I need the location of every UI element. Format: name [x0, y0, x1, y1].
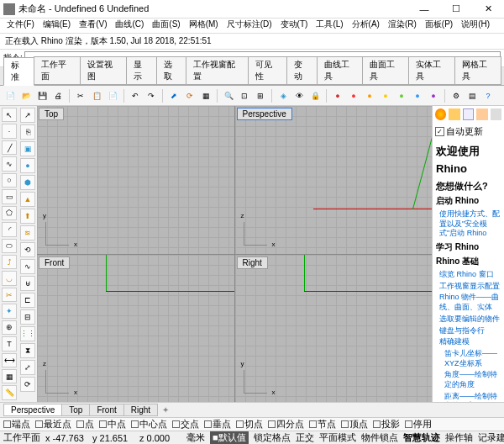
menu-edit[interactable]: 编辑(E) [39, 18, 74, 33]
curve-icon[interactable]: ∿ [2, 156, 17, 171]
link-viewport[interactable]: 工作视窗显示配置 [439, 282, 501, 292]
render-icon[interactable]: ● [331, 89, 344, 103]
status-osnap[interactable]: 物件锁点 [361, 431, 398, 444]
sphere-icon[interactable]: ● [20, 158, 35, 173]
material-yellow-icon[interactable]: ● [379, 89, 392, 103]
move-icon[interactable]: ⬈ [167, 89, 181, 103]
menu-render[interactable]: 渲染(R) [385, 18, 420, 33]
osnap-near[interactable]: 最近点 [35, 418, 71, 431]
status-layer[interactable]: ■默认值 [210, 431, 249, 444]
menu-surface[interactable]: 曲面(S) [149, 18, 183, 33]
fillet-icon[interactable]: ◡ [2, 271, 17, 285]
revolve-icon[interactable]: ⟲ [20, 242, 35, 257]
maximize-button[interactable]: ☐ [444, 2, 469, 17]
copy-icon[interactable]: 📋 [90, 89, 103, 103]
panel-help-icon[interactable] [463, 108, 474, 120]
osnap-quad[interactable]: 四分点 [268, 418, 304, 431]
minimize-button[interactable]: — [412, 2, 437, 17]
ellipse-icon[interactable]: ⬭ [2, 239, 17, 253]
hatch-icon[interactable]: ▦ [2, 369, 17, 383]
tab-standard[interactable]: 标准 [3, 57, 34, 86]
rotate3d-icon[interactable]: ⟳ [20, 377, 35, 392]
viewport-right-label[interactable]: Right [237, 256, 268, 269]
tab-display[interactable]: 显示 [126, 56, 157, 85]
panel-layer-icon[interactable] [449, 108, 459, 120]
material-blue-icon[interactable]: ● [411, 89, 424, 103]
properties-icon[interactable]: ▤ [465, 89, 479, 103]
vtab-front[interactable]: Front [89, 404, 123, 416]
panel-prop-icon[interactable] [491, 108, 501, 120]
zoom-extents-icon[interactable]: ⊡ [238, 89, 251, 103]
save-icon[interactable]: 💾 [35, 89, 49, 103]
extrude-icon[interactable]: ⬆ [20, 209, 35, 224]
dim-icon[interactable]: ⟷ [2, 353, 17, 367]
explode-icon[interactable]: ✦ [2, 304, 17, 318]
print-icon[interactable]: 🖨 [51, 89, 65, 103]
cylinder-icon[interactable]: ⬢ [20, 175, 35, 190]
point-icon[interactable]: · [2, 124, 17, 138]
layers-icon[interactable]: ◈ [276, 89, 290, 103]
osnap-mid[interactable]: 中点 [99, 418, 126, 431]
extend-icon[interactable]: ⤴ [2, 255, 17, 269]
tab-surfacetools[interactable]: 曲面工具 [362, 56, 409, 85]
tab-cplane[interactable]: 工作平面 [34, 56, 81, 85]
rect-icon[interactable]: ▭ [2, 189, 17, 204]
tab-setview[interactable]: 设置视图 [80, 56, 127, 85]
text-icon[interactable]: T [2, 336, 17, 351]
osnap-vertex[interactable]: 顶点 [341, 418, 368, 431]
cone-icon[interactable]: ▲ [20, 192, 35, 207]
sublink-angle[interactable]: 角度——绘制特定的角度 [444, 370, 501, 389]
vtab-perspective[interactable]: Perspective [3, 404, 62, 416]
mirror-icon[interactable]: ⧗ [20, 343, 35, 358]
offset-icon[interactable]: ⊏ [20, 293, 35, 308]
box-icon[interactable]: ▣ [20, 141, 35, 156]
circle-icon[interactable]: ○ [2, 173, 17, 188]
osnap-perp[interactable]: 垂点 [204, 418, 231, 431]
viewport-top[interactable]: Top xy [37, 106, 234, 254]
cut-icon[interactable]: ✂ [74, 89, 87, 103]
viewport-right[interactable]: Right xy [235, 255, 433, 403]
material-purple-icon[interactable]: ● [427, 89, 440, 103]
status-units[interactable]: 毫米 [186, 431, 205, 444]
menu-help[interactable]: 说明(H) [458, 18, 493, 33]
menu-mesh[interactable]: 网格(M) [186, 18, 222, 33]
link-objects[interactable]: Rhino 物件——曲线、曲面、实体 [439, 293, 501, 312]
start-link[interactable]: 使用快捷方式、配置以及"安全模式"启动 Rhino [439, 209, 501, 239]
osnap-knot[interactable]: 节点 [309, 418, 336, 431]
status-history[interactable]: 记录建构历史 [478, 431, 504, 444]
lock-icon[interactable]: 🔒 [308, 89, 322, 103]
tab-select[interactable]: 选取 [156, 56, 187, 85]
sublink-cartesian[interactable]: 笛卡儿坐标——XYZ坐标系 [444, 349, 501, 368]
status-grid[interactable]: 锁定格点 [254, 431, 291, 444]
viewport-front-label[interactable]: Front [39, 256, 70, 269]
osnap-disable[interactable]: 停用 [405, 418, 432, 431]
menu-file[interactable]: 文件(F) [3, 18, 38, 33]
menu-tools[interactable]: 工具(L) [312, 18, 346, 33]
tab-transform[interactable]: 变动 [286, 56, 318, 85]
new-icon[interactable]: 📄 [3, 89, 17, 103]
copy3d-icon[interactable]: ⎘ [20, 124, 35, 140]
panel-lib-icon[interactable] [476, 108, 487, 120]
link-keyboard[interactable]: 键盘与指令行 [439, 326, 501, 336]
menu-analyze[interactable]: 分析(A) [349, 18, 383, 33]
join-icon[interactable]: ⊕ [2, 320, 17, 335]
menu-view[interactable]: 查看(V) [76, 18, 110, 33]
sweep-icon[interactable]: ∿ [20, 259, 35, 274]
menu-curve[interactable]: 曲线(C) [112, 18, 147, 33]
arc-icon[interactable]: ◜ [2, 222, 17, 236]
panel-render-icon[interactable] [435, 108, 446, 120]
tab-meshtools[interactable]: 网格工具 [454, 56, 501, 85]
array-icon[interactable]: ⋮⋮ [20, 326, 35, 341]
osnap-point[interactable]: 点 [76, 418, 94, 431]
open-icon[interactable]: 📂 [19, 89, 33, 103]
status-smarttrack[interactable]: 智慧轨迹 [403, 431, 440, 444]
auto-update-checkbox[interactable]: ✓ [435, 127, 444, 136]
hide-icon[interactable]: 👁 [292, 89, 306, 103]
polygon-icon[interactable]: ⬠ [2, 206, 17, 220]
osnap-tan[interactable]: 切点 [236, 418, 263, 431]
viewport-front[interactable]: Front xz [37, 255, 234, 403]
loft-icon[interactable]: ≋ [20, 225, 35, 240]
status-planar[interactable]: 平面模式 [319, 431, 356, 444]
trim-icon[interactable]: ✂ [2, 288, 17, 302]
vtab-add[interactable]: ✦ [157, 404, 174, 415]
